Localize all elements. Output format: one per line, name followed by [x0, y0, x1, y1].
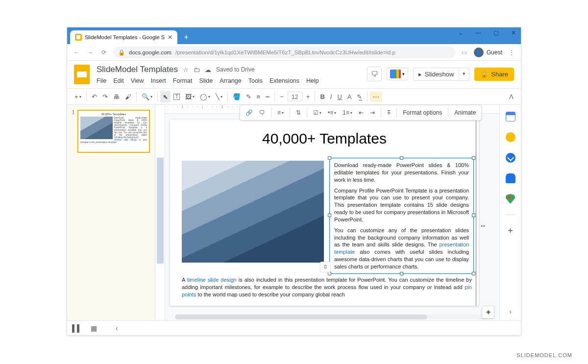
collapse-filmstrip-button[interactable]: ‹	[116, 324, 118, 332]
line-spacing-button[interactable]: ⇅	[294, 107, 303, 118]
window-maximize-icon[interactable]: ▢	[491, 29, 500, 36]
slide-canvas[interactable]: 40,000+ Templates ↔ Download ready-made …	[170, 120, 479, 306]
save-status[interactable]: Saved to Drive	[216, 66, 255, 73]
selected-textbox[interactable]: ↔ Download ready-made PowerPoint slides …	[329, 158, 474, 274]
font-size-decrease[interactable]: −	[277, 91, 286, 102]
menu-slide[interactable]: Slide	[199, 77, 213, 84]
font-size-increase[interactable]: +	[304, 91, 313, 102]
nav-reload-icon[interactable]: ⟳	[99, 49, 108, 56]
decrease-indent-button[interactable]: ⇤	[356, 107, 366, 118]
insert-link-button[interactable]: 🔗	[243, 107, 255, 118]
clear-formatting-button[interactable]: T	[385, 107, 393, 118]
filmstrip[interactable]: 1 40,000+ Templates Download ready-made …	[67, 105, 155, 320]
border-weight-button[interactable]: ≡	[254, 91, 263, 102]
resize-handle[interactable]	[472, 214, 475, 217]
google-slides-logo-icon[interactable]	[74, 65, 90, 84]
font-size-value[interactable]: 12	[288, 92, 302, 101]
collapse-toolbar-button[interactable]: ᐱ	[507, 91, 516, 102]
star-icon[interactable]: ☆	[183, 66, 189, 73]
menu-edit[interactable]: Edit	[113, 77, 124, 84]
paint-format-button[interactable]: 🖌	[122, 91, 134, 102]
textbox-tool[interactable]: 🅃	[171, 91, 182, 102]
doc-title[interactable]: SlideModel Templates	[97, 65, 178, 74]
fill-color-button[interactable]: 🪣	[230, 91, 243, 102]
window-close-icon[interactable]: ✕	[509, 29, 518, 36]
menu-format[interactable]: Format	[173, 77, 193, 84]
keep-icon[interactable]	[506, 132, 515, 142]
undo-button[interactable]: ↶	[89, 91, 99, 102]
resize-handle[interactable]	[400, 156, 403, 160]
border-color-button[interactable]: ✎	[244, 91, 254, 102]
add-comment-button[interactable]: 🗨	[257, 107, 268, 118]
resize-handle[interactable]	[472, 272, 475, 275]
nav-back-icon[interactable]: ←	[72, 49, 81, 56]
toolbar-more-button[interactable]: ⋯	[370, 92, 382, 102]
slide-image[interactable]	[182, 161, 324, 263]
bulleted-list-button[interactable]: •≡▾	[325, 107, 339, 118]
resize-handle[interactable]	[328, 214, 331, 217]
new-slide-button[interactable]: +▾	[72, 91, 84, 102]
address-bar[interactable]: 🔒 docs.google.com/presentation/d/1ylk1qd…	[113, 47, 455, 58]
filmstrip-view-button[interactable]: ▌▌	[72, 324, 82, 332]
comment-history-button[interactable]: 🗨	[367, 67, 382, 81]
zoom-button[interactable]: 🔍▾	[139, 91, 155, 102]
meet-button[interactable]: ▾	[387, 68, 408, 80]
link-timeline[interactable]: timeline slide design	[187, 277, 237, 283]
nav-forward-icon[interactable]: →	[86, 49, 95, 56]
numbered-list-button[interactable]: 1≡▾	[340, 107, 355, 118]
menu-arrange[interactable]: Arrange	[220, 77, 241, 84]
border-dash-button[interactable]: ┅	[263, 91, 272, 102]
format-options-button[interactable]: Format options	[400, 108, 444, 117]
select-tool[interactable]: ⬉	[160, 91, 171, 102]
explore-button[interactable]: ✦	[482, 306, 494, 318]
cloud-saved-icon[interactable]: ☁	[205, 66, 211, 73]
checklist-button[interactable]: ☑▾	[311, 107, 324, 118]
line-tool[interactable]: ╲▾	[213, 91, 225, 102]
print-button[interactable]: 🖶	[111, 91, 122, 102]
underline-button[interactable]: U	[335, 91, 344, 102]
tab-close-icon[interactable]: ✕	[168, 34, 172, 41]
vertical-ruler[interactable]	[155, 105, 165, 320]
scrollbar-thumb[interactable]	[175, 315, 427, 319]
resize-handle[interactable]	[472, 156, 475, 160]
share-button[interactable]: 🔒Share	[474, 68, 514, 81]
italic-button[interactable]: I	[328, 91, 335, 102]
profile-chip[interactable]: 👤 Guest	[474, 48, 502, 57]
autofit-button[interactable]: ⇳	[320, 262, 331, 272]
resize-handle[interactable]	[400, 272, 403, 275]
menu-help[interactable]: Help	[306, 77, 319, 84]
menu-insert[interactable]: Insert	[151, 77, 166, 84]
menu-view[interactable]: View	[131, 77, 144, 84]
image-tool[interactable]: 🖼▾	[183, 91, 197, 102]
slide-thumbnail-1[interactable]: 40,000+ Templates Download ready-made Po…	[77, 110, 150, 153]
menu-extensions[interactable]: Extensions	[270, 77, 299, 84]
text-color-button[interactable]: A	[345, 91, 354, 102]
contacts-icon[interactable]	[506, 173, 515, 183]
hide-panel-button[interactable]: ›	[509, 308, 512, 315]
slideshow-dropdown[interactable]: ▾	[459, 68, 469, 81]
horizontal-scrollbar[interactable]	[175, 315, 490, 319]
menu-file[interactable]: File	[97, 77, 106, 84]
increase-indent-button[interactable]: ⇥	[368, 107, 377, 118]
redo-button[interactable]: ↷	[100, 91, 110, 102]
browser-tab-active[interactable]: SlideModel Templates - Google S ✕	[70, 30, 177, 44]
slide-title[interactable]: 40,000+ Templates	[170, 120, 479, 147]
browser-menu-icon[interactable]: ⋮	[507, 49, 516, 56]
addons-button[interactable]: +	[508, 226, 513, 236]
bold-button[interactable]: B	[318, 91, 327, 102]
align-button[interactable]: ≡▾	[275, 107, 286, 118]
new-tab-button[interactable]: +	[180, 31, 192, 43]
calendar-icon[interactable]	[506, 112, 515, 121]
animate-button[interactable]: Animate	[452, 108, 478, 117]
window-minimize-icon[interactable]: ⌄	[456, 29, 465, 36]
maps-icon[interactable]	[506, 194, 515, 204]
move-icon[interactable]: 🗀	[194, 66, 200, 73]
highlight-button[interactable]: ✎̲	[354, 91, 365, 102]
window-minimize2-icon[interactable]: —	[474, 29, 483, 36]
grid-view-button[interactable]: ▦	[91, 324, 97, 332]
reader-mode-icon[interactable]: ▭	[460, 49, 469, 56]
resize-handle[interactable]	[328, 156, 331, 160]
slide-body-text[interactable]: A timeline slide design is also included…	[182, 276, 472, 298]
slideshow-button[interactable]: ▸Slideshow	[413, 68, 459, 81]
menu-tools[interactable]: Tools	[248, 77, 263, 84]
